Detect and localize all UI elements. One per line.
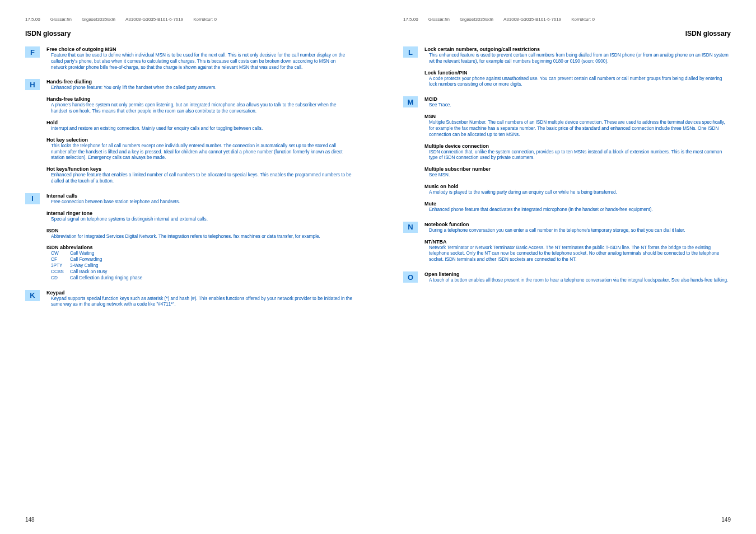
abbrev-desc: Call Back on Busy bbox=[70, 269, 107, 275]
abbrev-row: 3PTY3-Way Calling bbox=[51, 263, 353, 269]
letter-column: H bbox=[25, 79, 44, 189]
entry-body: This locks the telephone for all call nu… bbox=[46, 143, 353, 161]
entry-body: This enhanced feature is used to prevent… bbox=[424, 53, 731, 65]
entry-title: Hot key selection bbox=[46, 137, 353, 143]
entry-body: Feature that can be used to define which… bbox=[46, 53, 353, 71]
right-content: LLock certain numbers, outgoing/call res… bbox=[403, 46, 731, 289]
glossary-section: KKeypadKeypad supports special function … bbox=[25, 290, 353, 313]
letter-badge: K bbox=[25, 290, 40, 301]
entry-body: Multiple Subscriber Number. The call num… bbox=[424, 120, 731, 138]
entry-title: Mute bbox=[424, 201, 731, 207]
entry-title: NT/NTBA bbox=[424, 239, 731, 245]
entry-body: A melody is played to the waiting party … bbox=[424, 190, 731, 196]
glossary-section: HHands-free diallingEnhanced phone featu… bbox=[25, 79, 353, 189]
glossary-section: NNotebook functionDuring a telephone con… bbox=[403, 222, 731, 268]
entry-body: Enhanced phone feature: You only lift th… bbox=[46, 85, 353, 91]
entries: MCIDSee Trace.MSNMultiple Subscriber Num… bbox=[422, 96, 731, 218]
abbrev-desc: Call Forwarding bbox=[70, 257, 102, 263]
header-code: A31008-G3035-B101-6-7619 bbox=[125, 17, 183, 22]
entry-body: ISDN connection that, unlike the system … bbox=[424, 149, 731, 162]
letter-badge: M bbox=[403, 96, 418, 107]
abbrev-code: CF bbox=[51, 257, 70, 263]
left-page: 17.5.00 Glossar.fm Gigaset3035isdn A3100… bbox=[0, 0, 378, 534]
glossary-entry: Notebook functionDuring a telephone conv… bbox=[424, 222, 731, 234]
entry-body: A touch of a button enables all those pr… bbox=[424, 278, 731, 284]
letter-column: L bbox=[403, 46, 422, 93]
glossary-entry: ISDNAbbreviation for Integrated Services… bbox=[46, 228, 353, 240]
glossary-entry: Lock certain numbers, outgoing/call rest… bbox=[424, 46, 731, 65]
entry-body: Keypad supports special function keys su… bbox=[46, 296, 353, 308]
letter-badge: N bbox=[403, 222, 418, 233]
entries: Hands-free diallingEnhanced phone featur… bbox=[44, 79, 353, 189]
glossary-entry: Music on holdA melody is played to the w… bbox=[424, 184, 731, 196]
entry-title: Lock function/PIN bbox=[424, 70, 731, 76]
header-korr: Korrektur: 0 bbox=[193, 17, 217, 22]
page-number: 148 bbox=[25, 517, 35, 523]
entry-body: See Trace. bbox=[424, 102, 731, 109]
entry-title: Keypad bbox=[46, 290, 353, 296]
glossary-entry: KeypadKeypad supports special function k… bbox=[46, 290, 353, 308]
entry-title: Multiple subscriber number bbox=[424, 166, 731, 172]
entries: Free choice of outgoing MSNFeature that … bbox=[44, 46, 353, 76]
header-date: 17.5.00 bbox=[25, 17, 40, 22]
letter-badge: H bbox=[25, 79, 40, 90]
glossary-entry: Hot key selectionThis locks the telephon… bbox=[46, 137, 353, 161]
entry-body: During a telephone conversation you can … bbox=[424, 228, 731, 234]
entry-body: Abbreviation for Integrated Services Dig… bbox=[46, 234, 353, 240]
glossary-entry: Hot keys/function keysEnhanced phone fea… bbox=[46, 166, 353, 185]
letter-badge: O bbox=[403, 271, 418, 283]
glossary-section: LLock certain numbers, outgoing/call res… bbox=[403, 46, 731, 93]
glossary-entry: Open listeningA touch of a button enable… bbox=[424, 271, 731, 284]
entries: Notebook functionDuring a telephone conv… bbox=[422, 222, 731, 268]
entry-title: Music on hold bbox=[424, 184, 731, 189]
abbrev-desc: Call Deflection during ringing phase bbox=[70, 275, 142, 282]
glossary-entry: MSNMultiple Subscriber Number. The call … bbox=[424, 114, 731, 138]
header-product: Gigaset3035isdn bbox=[460, 17, 493, 22]
abbrev-code: 3PTY bbox=[51, 263, 70, 269]
abbrev-code: CW bbox=[51, 251, 70, 257]
entry-body: Special signal on telephone systems to d… bbox=[46, 217, 353, 223]
letter-badge: L bbox=[403, 46, 418, 58]
abbrev-code: CD bbox=[51, 275, 70, 282]
abbrev-desc: 3-Way Calling bbox=[70, 263, 99, 269]
entry-title: ISDN bbox=[46, 228, 353, 233]
entry-title: MCID bbox=[424, 96, 731, 102]
entry-body: Enhanced phone feature that deactivates … bbox=[424, 207, 731, 213]
abbrev-desc: Call Waiting bbox=[70, 251, 94, 257]
header-file: Glossar.fm bbox=[50, 17, 72, 22]
entry-title: Free choice of outgoing MSN bbox=[46, 46, 353, 52]
left-content: FFree choice of outgoing MSNFeature that… bbox=[25, 46, 353, 313]
letter-column: M bbox=[403, 96, 422, 218]
entry-title: Internal ringer tone bbox=[46, 210, 353, 216]
entry-body: A code protects your phone against unaut… bbox=[424, 76, 731, 88]
entry-body: Enhanced phone feature that enables a li… bbox=[46, 172, 353, 185]
abbrev-row: CDCall Deflection during ringing phase bbox=[51, 275, 353, 282]
glossary-entry: Hands-free diallingEnhanced phone featur… bbox=[46, 79, 353, 91]
header-product: Gigaset3035isdn bbox=[82, 17, 115, 22]
entries: Lock certain numbers, outgoing/call rest… bbox=[422, 46, 731, 93]
glossary-section: MMCIDSee Trace.MSNMultiple Subscriber Nu… bbox=[403, 96, 731, 218]
entry-title: MSN bbox=[424, 114, 731, 119]
glossary-entry: Hands-free talkingA phone's hands-free s… bbox=[46, 96, 353, 115]
abbrev-code: CCBS bbox=[51, 269, 70, 275]
entry-body: See MSN. bbox=[424, 172, 731, 179]
entries: KeypadKeypad supports special function k… bbox=[44, 290, 353, 313]
glossary-entry: MCIDSee Trace. bbox=[424, 96, 731, 109]
letter-column: K bbox=[25, 290, 44, 313]
entries: Open listeningA touch of a button enable… bbox=[422, 271, 731, 289]
glossary-entry: Multiple subscriber numberSee MSN. bbox=[424, 166, 731, 179]
glossary-section: FFree choice of outgoing MSNFeature that… bbox=[25, 46, 353, 76]
entry-title: Hands-free dialling bbox=[46, 79, 353, 85]
header-left: 17.5.00 Glossar.fm Gigaset3035isdn A3100… bbox=[25, 17, 353, 22]
abbrev-list: CWCall WaitingCFCall Forwarding3PTY3-Way… bbox=[46, 251, 353, 281]
page-title: ISDN glossary bbox=[403, 30, 731, 38]
glossary-section: OOpen listeningA touch of a button enabl… bbox=[403, 271, 731, 289]
glossary-section: IInternal callsFree connection between b… bbox=[25, 193, 353, 287]
entry-title: Hands-free talking bbox=[46, 96, 353, 102]
entry-body: Free connection between base station tel… bbox=[46, 199, 353, 205]
glossary-entry: Internal callsFree connection between ba… bbox=[46, 193, 353, 205]
entry-title: Internal calls bbox=[46, 193, 353, 199]
entry-title: ISDN abbreviations bbox=[46, 245, 353, 250]
glossary-entry: Internal ringer toneSpecial signal on te… bbox=[46, 210, 353, 223]
letter-column: I bbox=[25, 193, 44, 287]
